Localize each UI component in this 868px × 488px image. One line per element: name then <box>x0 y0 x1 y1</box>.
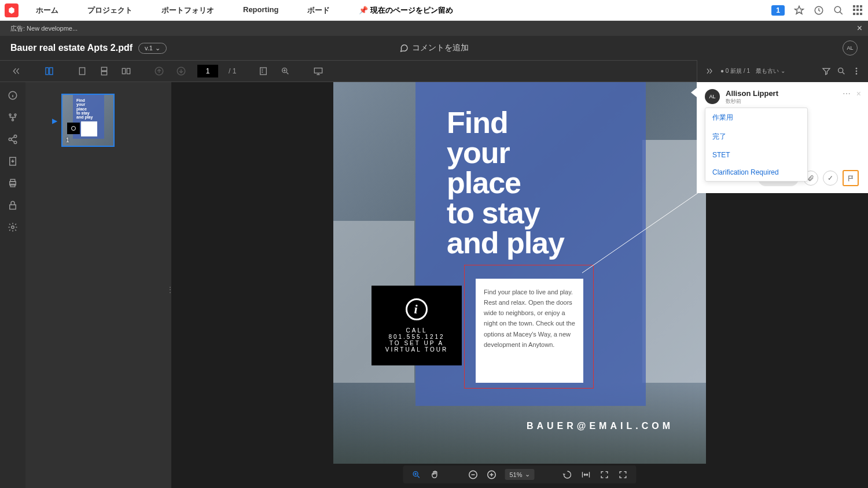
history-icon[interactable] <box>814 5 824 16</box>
svg-rect-6 <box>101 72 106 75</box>
comment-status-menu: 作業用 完了 STET Clarification Required <box>705 108 808 182</box>
magnify-button[interactable] <box>279 65 291 77</box>
svg-rect-5 <box>101 67 106 71</box>
print-icon[interactable] <box>8 178 18 188</box>
app-logo[interactable] <box>5 3 19 17</box>
notification-badge[interactable]: 1 <box>771 5 785 16</box>
thumb-headline: Find your place to stay and play <box>76 98 93 120</box>
add-comment-label: コメントを追加 <box>412 43 469 53</box>
menu-item-clarification[interactable]: Clarification Required <box>705 164 807 181</box>
next-page-button[interactable] <box>175 65 187 77</box>
prev-page-button[interactable] <box>153 65 165 77</box>
measure-button[interactable] <box>258 65 269 77</box>
left-rail <box>0 82 25 488</box>
menu-item-done[interactable]: 完了 <box>705 127 807 146</box>
nav-reporting[interactable]: Reporting <box>243 5 278 16</box>
chevron-down-icon: ⌄ <box>525 471 530 478</box>
comment-more-button[interactable]: ⋯ <box>843 89 851 98</box>
top-nav: ホーム プロジェクト ポートフォリオ Reporting ボード 📌 現在のペー… <box>0 0 868 21</box>
zoom-level-selector[interactable]: 51%⌄ <box>505 469 534 480</box>
filter-icon[interactable] <box>822 66 831 76</box>
email-footer: BAUER@EMAIL.COM <box>527 421 674 431</box>
continuous-page-button[interactable] <box>98 65 110 77</box>
comments-sort[interactable]: 最も古い ⌄ <box>756 67 785 75</box>
settings-icon[interactable] <box>8 222 18 232</box>
headline-text: Find your place to stay and play <box>447 108 564 258</box>
collapse-sidebar-button[interactable] <box>10 65 22 77</box>
svg-rect-7 <box>122 68 125 73</box>
chevron-down-icon: ⌄ <box>155 45 160 52</box>
zoom-tool-button[interactable] <box>411 469 421 480</box>
zoom-in-button[interactable] <box>486 469 496 480</box>
nav-board[interactable]: ボード <box>307 5 330 16</box>
svg-rect-3 <box>50 68 53 75</box>
collapse-comments-button[interactable] <box>704 66 715 76</box>
hand-tool-button[interactable] <box>429 469 440 480</box>
nav-home[interactable]: ホーム <box>36 5 58 16</box>
fullscreen-button[interactable] <box>618 469 628 480</box>
comment-card[interactable]: AL Allison Lippert 数秒前 ⋯ × 作業用 完了 STET C… <box>697 82 868 193</box>
page-number-input[interactable] <box>197 65 218 77</box>
search-icon[interactable] <box>833 5 844 16</box>
nav-portfolio[interactable]: ポートフォリオ <box>161 5 214 16</box>
svg-point-32 <box>856 68 858 69</box>
comment-icon <box>399 43 409 53</box>
page-thumbnail[interactable]: Find your place to stay and play 1 <box>61 94 115 147</box>
single-page-button[interactable] <box>76 65 88 77</box>
body-text-box: Find your place to live and play. Rest a… <box>476 279 583 383</box>
version-selector[interactable]: v.1 ⌄ <box>138 43 167 54</box>
nav-pin-label: 現在のページをピン留め <box>370 5 453 16</box>
call-line3: TO SET UP A <box>389 340 444 346</box>
comment-author: Allison Lippert <box>726 89 778 98</box>
share-icon[interactable] <box>8 134 18 145</box>
thumbnail-panel: ▶ Find your place to stay and play 1 ⋮ <box>25 82 171 488</box>
zoom-level-label: 51% <box>509 471 522 478</box>
call-line4: VIRTUAL TOUR <box>385 346 448 353</box>
apps-grid-icon[interactable] <box>853 5 863 16</box>
more-icon[interactable] <box>852 66 861 76</box>
svg-point-26 <box>12 226 14 229</box>
info-icon[interactable] <box>8 90 18 101</box>
search-comments-icon[interactable] <box>837 66 846 76</box>
menu-item-work[interactable]: 作業用 <box>705 108 807 127</box>
tab-close-button[interactable]: × <box>857 23 862 34</box>
version-label: v.1 <box>145 45 153 51</box>
resolve-button[interactable]: ✓ <box>823 171 838 186</box>
info-circle-icon: i <box>406 298 428 320</box>
flag-button[interactable] <box>843 170 859 186</box>
add-comment-button[interactable]: コメントを追加 <box>399 43 469 53</box>
svg-rect-2 <box>46 68 49 75</box>
page-total-label: / 1 <box>229 67 236 75</box>
menu-item-stet[interactable]: STET <box>705 146 807 164</box>
svg-rect-11 <box>260 68 267 75</box>
document-title: Bauer real estate Apts 2.pdf <box>10 43 133 53</box>
presentation-button[interactable] <box>312 65 324 77</box>
rotate-button[interactable] <box>562 469 573 480</box>
svg-rect-4 <box>79 68 84 75</box>
svg-rect-23 <box>10 179 15 182</box>
comment-close-button[interactable]: × <box>856 89 861 98</box>
fit-page-button[interactable] <box>599 469 610 480</box>
star-icon[interactable] <box>794 5 804 16</box>
share-tree-icon[interactable] <box>8 112 18 123</box>
svg-point-15 <box>9 114 11 116</box>
thumbnails-button[interactable] <box>43 65 55 77</box>
nav-projects[interactable]: プロジェクト <box>87 5 133 16</box>
zoom-controls: 51%⌄ <box>403 465 636 483</box>
svg-point-34 <box>856 73 858 75</box>
compare-button[interactable] <box>120 65 132 77</box>
svg-rect-13 <box>315 68 322 73</box>
comment-avatar: AL <box>705 89 720 104</box>
title-bar: Bauer real estate Apts 2.pdf v.1 ⌄ コメントを… <box>0 36 868 60</box>
download-icon[interactable] <box>8 156 18 167</box>
zoom-out-button[interactable] <box>468 469 478 480</box>
document-tab[interactable]: 広告: New developme... <box>7 24 81 33</box>
fit-width-button[interactable] <box>581 469 591 480</box>
svg-point-18 <box>14 135 17 138</box>
thumb-indicator-icon: ▶ <box>52 117 57 125</box>
svg-point-1 <box>834 6 841 13</box>
user-avatar[interactable]: AL <box>843 40 858 56</box>
nav-pin[interactable]: 📌 現在のページをピン留め <box>359 5 453 16</box>
document-page: Find your place to stay and play i CALL … <box>333 82 706 464</box>
lock-icon[interactable] <box>8 200 18 210</box>
